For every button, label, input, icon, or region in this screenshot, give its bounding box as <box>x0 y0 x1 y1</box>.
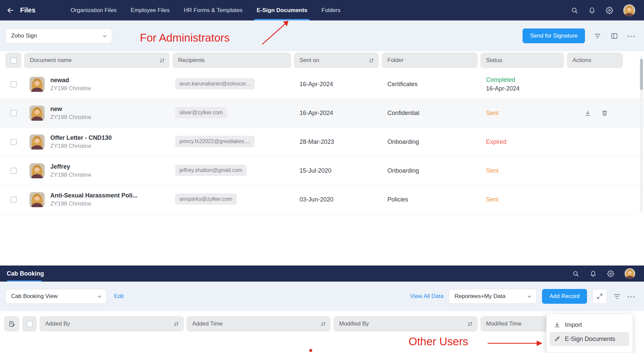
column-label: Sent on <box>300 57 319 64</box>
tab-folders[interactable]: Folders <box>314 0 347 20</box>
more-options-button[interactable]: ⋯ <box>627 292 635 301</box>
data-scope-select-value: Reportees+My Data <box>454 293 505 300</box>
document-row[interactable]: Anti-Sexual Harassment Poli... ZY198 Chr… <box>0 185 644 214</box>
form-view-button[interactable] <box>4 316 19 332</box>
column-header-added-time[interactable]: Added Time <box>186 316 331 332</box>
row-checkbox[interactable] <box>10 168 17 174</box>
recipient-email: jeffrey.shalton@gmail.com <box>175 165 247 176</box>
tab-employee-files[interactable]: Employee Files <box>124 0 177 20</box>
document-row[interactable]: Offer Letter - CND130 ZY198 Christine pr… <box>0 128 644 157</box>
document-name[interactable]: Offer Letter - CND130 <box>50 134 112 141</box>
user-avatar[interactable] <box>625 268 635 279</box>
sent-on-date: 03-Jun-2020 <box>294 196 379 203</box>
status-badge: Sent <box>486 110 564 117</box>
columns-icon <box>610 32 618 40</box>
column-header-document-name[interactable]: Document name <box>24 53 170 68</box>
column-label: Recipients <box>178 57 205 64</box>
user-avatar[interactable] <box>623 4 635 16</box>
document-row[interactable]: Jeffrey ZY198 Christine jeffrey.shalton@… <box>0 157 644 185</box>
column-header-recipients[interactable]: Recipients <box>172 53 291 68</box>
document-name[interactable]: Anti-Sexual Harassment Poli... <box>50 192 138 199</box>
sort-icon[interactable] <box>320 321 326 327</box>
column-header-status[interactable]: Status <box>480 53 564 68</box>
chevron-down-icon <box>527 294 532 299</box>
select-all-checkbox[interactable] <box>10 57 17 64</box>
back-button[interactable] <box>5 5 16 16</box>
ellipsis-icon: ⋯ <box>627 292 635 301</box>
screen: Files Organization Files Employee Files … <box>0 0 644 353</box>
filter-button[interactable] <box>612 292 621 301</box>
sort-icon[interactable] <box>173 321 179 327</box>
menu-item-import[interactable]: Import <box>550 318 629 332</box>
menu-item-esign-documents[interactable]: E-Sign Documents <box>550 332 629 346</box>
bell-icon <box>588 7 596 14</box>
send-for-signature-button[interactable]: Send for Signature <box>523 28 585 43</box>
sort-icon[interactable] <box>368 57 375 64</box>
status-badge: Completed <box>486 76 564 83</box>
sort-icon[interactable] <box>159 57 165 64</box>
document-name[interactable]: new <box>50 106 91 113</box>
folder-name: Policies <box>382 196 478 203</box>
column-header-folder[interactable]: Folder <box>382 53 478 68</box>
document-row[interactable]: new ZY198 Christine silver@zylker.com 16… <box>0 99 644 128</box>
delete-button[interactable] <box>601 110 608 117</box>
column-header-added-by[interactable]: Added By <box>40 316 184 332</box>
scrollbar-thumb[interactable] <box>640 59 643 90</box>
select-all-checkbox[interactable] <box>26 321 33 327</box>
document-name[interactable]: Jeffrey <box>50 163 91 170</box>
tab-organization-files[interactable]: Organization Files <box>64 0 124 20</box>
gear-icon <box>607 270 614 277</box>
sort-icon[interactable] <box>467 321 473 327</box>
search-button[interactable] <box>571 6 579 14</box>
column-header-sent-on[interactable]: Sent on <box>294 53 379 68</box>
view-all-data-link[interactable]: View All Data <box>410 293 443 300</box>
ellipsis-icon: ⋯ <box>627 32 635 40</box>
expand-view-button[interactable] <box>592 289 607 304</box>
search-icon <box>572 270 579 277</box>
view-select[interactable]: Cab Booking View <box>5 289 107 304</box>
sent-on-date: 28-Mar-2023 <box>294 138 379 145</box>
row-checkbox[interactable] <box>10 110 17 116</box>
employee-avatar <box>30 192 45 207</box>
search-button[interactable] <box>572 270 580 278</box>
tab-hr-forms-templates[interactable]: HR Forms & Templates <box>177 0 250 20</box>
download-icon <box>584 110 591 117</box>
status-badge: Sent <box>486 196 564 203</box>
menu-item-label: Import <box>565 321 582 329</box>
column-layout-button[interactable] <box>610 32 619 40</box>
document-name[interactable]: newad <box>50 77 91 84</box>
document-row[interactable]: newad ZY198 Christine arun.karunakaran@z… <box>0 70 644 99</box>
more-options-button[interactable]: ⋯ <box>627 32 635 40</box>
annotation-for-administrators: For Administrators <box>140 32 230 44</box>
row-checkbox[interactable] <box>10 139 17 145</box>
column-header-actions: Actions <box>567 53 623 68</box>
folder-name: Certificates <box>382 81 478 88</box>
edit-view-link[interactable]: Edit <box>114 293 124 300</box>
data-scope-select[interactable]: Reportees+My Data <box>449 289 537 304</box>
sign-service-select[interactable]: Zoho Sign <box>5 28 112 43</box>
filter-button[interactable] <box>593 32 602 40</box>
employee-avatar <box>30 163 45 178</box>
user-avatar-image <box>623 4 635 16</box>
esign-toolbar: Zoho Sign Send for Signature ⋯ <box>0 20 644 51</box>
download-button[interactable] <box>584 110 591 117</box>
add-record-button[interactable]: Add Record <box>542 289 587 304</box>
settings-button[interactable] <box>606 6 614 14</box>
settings-button[interactable] <box>607 270 615 278</box>
notifications-button[interactable] <box>590 270 598 278</box>
status-badge: Sent <box>486 167 564 174</box>
folder-name: Onboarding <box>382 138 478 145</box>
sign-service-select-value: Zoho Sign <box>11 33 37 39</box>
employee-avatar-image <box>30 134 45 150</box>
select-all-cell <box>22 316 37 332</box>
document-owner: ZY198 Christine <box>50 143 112 150</box>
column-header-modified-by[interactable]: Modified By <box>333 316 478 332</box>
row-checkbox[interactable] <box>10 81 17 87</box>
row-checkbox[interactable] <box>10 196 17 203</box>
esign-pen-icon <box>554 336 560 342</box>
document-owner: ZY198 Christine <box>50 200 138 207</box>
vertical-scrollbar[interactable] <box>640 56 643 213</box>
sent-on-date: 16-Apr-2024 <box>294 81 379 88</box>
column-label: Status <box>486 57 502 64</box>
notifications-button[interactable] <box>588 6 596 14</box>
